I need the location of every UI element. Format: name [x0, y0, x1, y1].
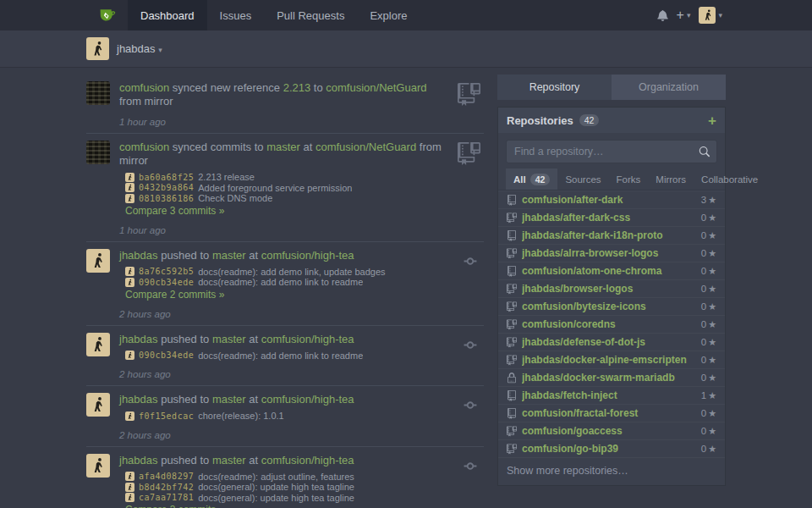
feed-link[interactable]: comfusion/high-tea	[261, 249, 354, 262]
show-more-repositories-link[interactable]: Show more repositories…	[498, 457, 725, 485]
feed-link[interactable]: master	[266, 141, 300, 153]
repo-link[interactable]: jhabdas/docker-alpine-emscripten	[522, 354, 696, 366]
commit-sha[interactable]: ba60a68f25	[139, 173, 194, 182]
repositories-box: Repositories 42 + All 42 Sources Forks M…	[497, 107, 726, 486]
repo-row: comfusion/coredns 0 ★	[498, 315, 725, 333]
navbar-item[interactable]: Dashboard	[128, 0, 207, 30]
repo-link[interactable]: comfusion/go-bip39	[522, 443, 696, 455]
repo-link[interactable]: comfusion/atom-one-chroma	[522, 265, 696, 277]
feed-link[interactable]: master	[212, 333, 246, 345]
repo-filter-item[interactable]: Forks	[609, 168, 649, 190]
actor-avatar[interactable]	[86, 141, 110, 164]
feed-text: at	[300, 141, 315, 153]
repo-filter-item[interactable]: Mirrors	[648, 168, 694, 190]
star-icon: ★	[708, 284, 716, 295]
feed-link[interactable]: comfusion/NetGuard	[315, 141, 416, 153]
feed-link[interactable]: master	[212, 454, 246, 467]
commit-sha[interactable]: 0810386186	[139, 194, 194, 203]
commit-sha[interactable]: afa4d08297	[139, 472, 194, 481]
repo-link[interactable]: jhabdas/fetch-inject	[522, 389, 696, 401]
repo-filter-item[interactable]: All 42	[506, 168, 557, 190]
actor-avatar[interactable]	[86, 249, 110, 273]
star-count: 0	[701, 213, 706, 223]
actor-avatar[interactable]	[86, 393, 110, 417]
avatar	[86, 37, 109, 60]
commit-sha[interactable]: 8a76c592b5	[139, 267, 194, 276]
feed-link[interactable]: jhabdas	[119, 393, 158, 406]
commit-sha[interactable]: f0f15edcac	[139, 411, 194, 421]
feed-link[interactable]: master	[212, 393, 246, 406]
navbar-item[interactable]: Issues	[207, 0, 265, 30]
repo-link[interactable]: comfusion/after-dark	[522, 194, 696, 206]
feed-item-body: jhabdas pushed to master at comfusion/hi…	[119, 246, 484, 320]
repo-panel: RepositoryOrganization Repositories 42 +…	[497, 75, 726, 486]
feed-link[interactable]: comfusion/high-tea	[261, 454, 354, 467]
repo-row: comfusion/atom-one-chroma 0 ★	[498, 262, 725, 279]
notifications-button[interactable]	[657, 9, 668, 21]
tab-repository[interactable]: Repository	[497, 75, 612, 100]
search-icon[interactable]	[699, 146, 710, 157]
feed-link[interactable]: master	[212, 249, 246, 262]
repo-filter-item[interactable]: Sources	[557, 168, 608, 190]
feed-link[interactable]: jhabdas	[119, 249, 158, 262]
star-count: 0	[701, 408, 706, 418]
commit-sha[interactable]: 0432b9a864	[139, 183, 194, 192]
commit-author-avatar	[125, 483, 134, 492]
actor-avatar[interactable]	[86, 81, 110, 105]
star-icon: ★	[708, 213, 716, 224]
repo-star-count: 0 ★	[701, 337, 716, 348]
feed-item: comfusion synced new reference 2.213 to …	[86, 75, 484, 134]
navbar-item[interactable]: Pull Requests	[264, 0, 357, 30]
feed-link[interactable]: comfusion/high-tea	[261, 393, 354, 406]
repo-search-input[interactable]	[506, 140, 717, 163]
commit-sha[interactable]: 090cb34ede	[139, 278, 194, 287]
tab-organization[interactable]: Organization	[612, 75, 726, 100]
actor-avatar[interactable]	[86, 454, 110, 478]
commit-sha[interactable]: ca7aa71781	[139, 493, 194, 502]
feed-link[interactable]: 2.213	[283, 81, 311, 94]
compare-link[interactable]: Compare 2 commits »	[125, 290, 448, 301]
star-count: 0	[701, 266, 706, 276]
navbar-item[interactable]: Explore	[357, 0, 420, 30]
gitea-logo[interactable]	[86, 0, 128, 30]
user-menu-button[interactable]: ▾	[699, 7, 722, 24]
feed-link[interactable]: comfusion	[119, 141, 169, 153]
repo-row: jhabdas/after-dark-i18n-proto 0 ★	[498, 226, 725, 244]
commit-author-avatar	[125, 183, 134, 192]
repo-link[interactable]: comfusion/bytesize-icons	[522, 301, 696, 312]
feed-link[interactable]: comfusion/high-tea	[261, 333, 354, 345]
feed-link[interactable]: comfusion	[119, 81, 169, 94]
feed-link[interactable]: comfusion/NetGuard	[326, 81, 426, 94]
repo-link[interactable]: jhabdas/docker-swarm-mariadb	[522, 372, 696, 384]
feed-link[interactable]: jhabdas	[119, 333, 158, 345]
feed-title: jhabdas pushed to master at comfusion/hi…	[119, 390, 448, 406]
repo-row: comfusion/go-bip39 0 ★	[498, 439, 725, 457]
repo-link[interactable]: jhabdas/browser-logos	[522, 283, 696, 295]
repo-link[interactable]: jhabdas/alrra-browser-logos	[522, 247, 696, 259]
repo-link[interactable]: comfusion/goaccess	[522, 425, 696, 437]
feed-link[interactable]: jhabdas	[119, 454, 158, 467]
commit-message: docs(general): update high tea tagline	[198, 482, 354, 492]
dashboard-content: comfusion synced new reference 2.213 to …	[86, 68, 726, 508]
star-count: 0	[701, 301, 706, 312]
compare-link[interactable]: Compare 3 commits »	[125, 505, 448, 508]
commit-sha[interactable]: 090cb34ede	[139, 351, 194, 360]
repo-icon	[507, 266, 517, 277]
feed-text: synced new reference	[169, 81, 283, 94]
repo-link[interactable]: comfusion/fractal-forest	[522, 407, 696, 419]
star-count: 1	[701, 390, 706, 400]
filter-label: Mirrors	[656, 174, 686, 185]
repo-filter-item[interactable]: Collaborative	[694, 168, 765, 190]
commit-sha[interactable]: b8d42bf742	[139, 483, 194, 492]
repo-link[interactable]: jhabdas/after-dark-css	[522, 212, 696, 224]
context-switcher[interactable]: jhabdas ▾	[117, 42, 162, 55]
repo-link[interactable]: jhabdas/defense-of-dot-js	[522, 336, 696, 348]
commit-row: 0810386186 Check DNS mode	[125, 193, 448, 204]
commit-author-avatar	[125, 194, 134, 203]
add-repo-button[interactable]: +	[708, 113, 716, 128]
repo-link[interactable]: comfusion/coredns	[522, 318, 696, 330]
repo-link[interactable]: jhabdas/after-dark-i18n-proto	[522, 229, 696, 241]
compare-link[interactable]: Compare 3 commits »	[125, 206, 448, 217]
actor-avatar[interactable]	[86, 333, 110, 356]
create-new-button[interactable]: + ▾	[677, 8, 691, 22]
